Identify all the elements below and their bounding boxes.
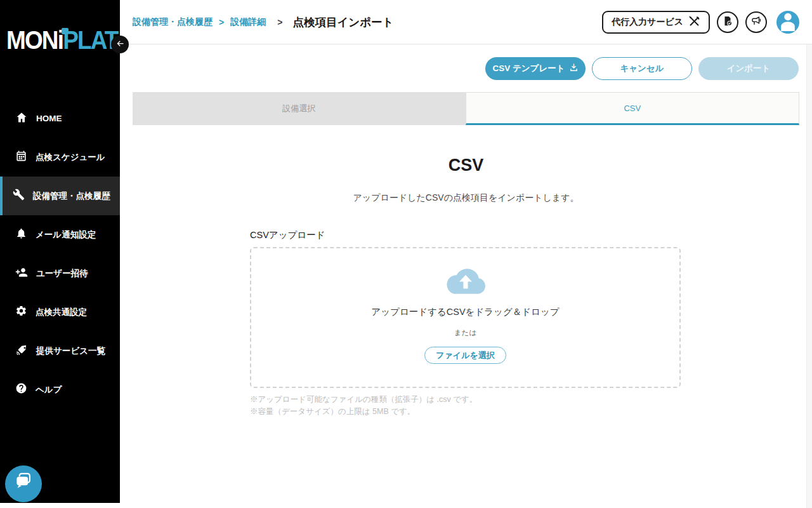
- note-file-type: ※アップロード可能なファイルの種類（拡張子）は .csv です。: [250, 394, 681, 406]
- cancel-button[interactable]: キャンセル: [592, 57, 692, 80]
- top-header: 設備管理・点検履歴 > 設備詳細 > 点検項目インポート 代行入力サービス: [120, 0, 812, 44]
- sidebar-item-label: メール通知設定: [36, 229, 96, 241]
- import-button[interactable]: インポート: [698, 57, 799, 80]
- home-icon: [15, 111, 28, 126]
- chevron-right-icon: >: [277, 17, 282, 27]
- upload-field-label: CSVアップロード: [250, 229, 681, 241]
- chat-widget-button[interactable]: [5, 465, 42, 502]
- breadcrumb-link-equipment-history[interactable]: 設備管理・点検履歴: [133, 17, 213, 28]
- sidebar-item-equipment-history[interactable]: 設備管理・点検履歴: [0, 177, 120, 215]
- csv-dropzone[interactable]: アップロードするCSVをドラッグ＆ドロップ または ファイルを選択: [250, 247, 681, 388]
- download-icon: [569, 63, 579, 74]
- dropzone-or-text: または: [454, 328, 476, 338]
- upload-notes: ※アップロード可能なファイルの種類（拡張子）は .csv です。 ※容量（データ…: [250, 394, 681, 418]
- main-area: 設備管理・点検履歴 > 設備詳細 > 点検項目インポート 代行入力サービス: [120, 0, 812, 508]
- sidebar-item-label: ヘルプ: [36, 384, 62, 396]
- document-check-icon: [722, 15, 733, 29]
- sidebar-item-services-list[interactable]: 提供サービス一覧: [0, 331, 120, 370]
- upload-section: CSVアップロード アップロードするCSVをドラッグ＆ドロップ または ファイル…: [250, 229, 681, 418]
- user-add-icon: [15, 266, 28, 281]
- document-check-button[interactable]: [717, 11, 738, 33]
- sidebar: MONiPLAT HOME 点検スケジュール 設備管理・点検履歴 メール通知設定: [0, 0, 120, 503]
- calendar-icon: [15, 150, 27, 164]
- dropzone-drag-text: アップロードするCSVをドラッグ＆ドロップ: [371, 306, 559, 318]
- gear-icon: [15, 305, 27, 319]
- logo-text-plat: PLAT: [63, 25, 117, 55]
- sidebar-nav: HOME 点検スケジュール 設備管理・点検履歴 メール通知設定 ユーザー招待 点…: [0, 99, 120, 409]
- chat-icon: [13, 472, 34, 496]
- cloud-upload-icon: [444, 265, 487, 298]
- sidebar-item-common-settings[interactable]: 点検共通設定: [0, 293, 120, 331]
- note-file-size: ※容量（データサイズ）の上限は 5MB です。: [250, 406, 681, 418]
- tab-bar: 設備選択 CSV: [133, 92, 799, 125]
- bottom-strip: [0, 503, 120, 508]
- tab-equipment-select[interactable]: 設備選択: [133, 92, 466, 125]
- csv-template-label: CSV テンプレート: [492, 63, 565, 74]
- breadcrumb: 設備管理・点検履歴 > 設備詳細 > 点検項目インポート: [133, 15, 394, 30]
- logo-i-dot: [62, 28, 69, 34]
- collapse-sidebar-button[interactable]: [111, 36, 129, 53]
- sidebar-item-label: HOME: [36, 114, 62, 123]
- sidebar-item-label: 点検共通設定: [36, 307, 87, 318]
- scrollbar-track[interactable]: [806, 44, 812, 508]
- services-icon: [15, 344, 28, 359]
- cancel-label: キャンセル: [620, 63, 664, 74]
- proxy-input-service-button[interactable]: 代行入力サービス: [602, 11, 710, 34]
- tools-icon: [688, 15, 700, 29]
- content-title: CSV: [120, 156, 812, 175]
- tab-csv[interactable]: CSV: [466, 92, 800, 125]
- help-icon: [15, 382, 27, 397]
- arrow-left-icon: [115, 39, 125, 51]
- breadcrumb-link-equipment-detail[interactable]: 設備詳細: [230, 17, 266, 28]
- sidebar-item-help[interactable]: ヘルプ: [0, 370, 120, 409]
- sidebar-item-home[interactable]: HOME: [0, 99, 120, 138]
- sidebar-item-label: 設備管理・点検履歴: [33, 190, 110, 202]
- import-label: インポート: [727, 63, 771, 74]
- sidebar-item-mail-settings[interactable]: メール通知設定: [0, 215, 120, 254]
- csv-template-download-button[interactable]: CSV テンプレート: [485, 57, 586, 80]
- announcements-button[interactable]: [745, 11, 767, 33]
- chevron-right-icon: >: [219, 17, 224, 27]
- page-title-breadcrumb: 点検項目インポート: [292, 15, 393, 30]
- proxy-button-label: 代行入力サービス: [612, 17, 683, 28]
- sidebar-item-label: 提供サービス一覧: [36, 345, 105, 357]
- sidebar-item-inspection-schedule[interactable]: 点検スケジュール: [0, 138, 120, 177]
- file-select-button[interactable]: ファイルを選択: [424, 347, 506, 364]
- sidebar-item-user-invite[interactable]: ユーザー招待: [0, 254, 120, 293]
- sidebar-item-label: ユーザー招待: [36, 268, 88, 279]
- content-description: アップロードしたCSVの点検項目をインポートします。: [120, 192, 812, 204]
- wrench-icon: [13, 189, 25, 203]
- sidebar-item-label: 点検スケジュール: [36, 152, 105, 163]
- logo-text-mon: MON: [6, 25, 58, 55]
- header-controls: 代行入力サービス: [602, 11, 799, 34]
- app-window: MONiPLAT HOME 点検スケジュール 設備管理・点検履歴 メール通知設定: [0, 0, 812, 508]
- action-buttons-row: CSV テンプレート キャンセル インポート: [120, 44, 812, 92]
- person-icon: [776, 11, 799, 34]
- bell-icon: [15, 227, 27, 242]
- megaphone-icon: [750, 15, 762, 29]
- user-avatar[interactable]: [776, 11, 799, 34]
